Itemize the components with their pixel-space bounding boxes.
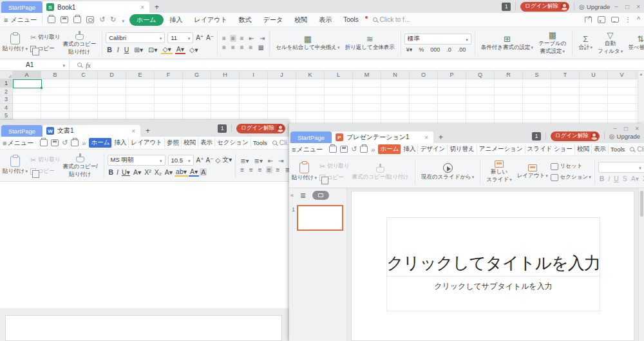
conditional-format-button[interactable]: ⊞ 条件付き書式の設定 [478, 35, 536, 51]
number-format-button[interactable]: ¥▾ [404, 46, 415, 53]
close-tab-icon[interactable]: × [130, 128, 137, 135]
align-button[interactable]: ⇥ [258, 35, 266, 42]
font-effect-button[interactable]: ab▾ [175, 168, 188, 177]
number-format-button[interactable]: 000 [428, 46, 442, 53]
play-from-current-button[interactable]: 現在のスライドから [419, 163, 477, 180]
notification-badge[interactable]: 1 [218, 124, 227, 133]
layout-button[interactable]: レイアウト [515, 164, 551, 179]
cut-button[interactable]: ✂ 切り取り [30, 34, 61, 42]
minimize-icon[interactable]: − [613, 125, 617, 132]
tab-startpage[interactable]: StartPage [1, 125, 43, 137]
new-tab-button[interactable]: + [140, 125, 155, 137]
menu-tab[interactable]: Tools [609, 145, 627, 153]
menu-tab[interactable]: レイアウト [129, 138, 165, 148]
font-effect-button[interactable]: ⊡▾ [147, 46, 158, 54]
comment-icon[interactable] [611, 17, 619, 23]
font-effect-button[interactable]: ◇▾ [161, 45, 172, 54]
format-painter-button[interactable]: 書式のコピー/ 貼り付け [61, 153, 100, 178]
document-page[interactable] [5, 315, 282, 341]
menu-tab[interactable]: 切り替え [448, 144, 477, 154]
tab-book1[interactable]: S Book1 × [43, 1, 149, 13]
column-header[interactable]: J [268, 71, 296, 79]
menu-tab[interactable]: ホーム [89, 138, 112, 148]
menu-tab[interactable]: スライド ショー [526, 144, 575, 154]
font-name-select[interactable] [598, 162, 644, 173]
outline-view-icon[interactable]: ≣ [300, 191, 306, 200]
row-header[interactable]: 1 [0, 79, 12, 88]
formula-input[interactable] [96, 59, 644, 70]
font-effect-button[interactable]: B [598, 175, 606, 182]
column-header[interactable]: M [353, 71, 381, 79]
font-size-select[interactable]: 11 [167, 32, 193, 43]
column-header[interactable]: O [410, 71, 438, 79]
menu-tab[interactable]: 表示 [592, 144, 609, 154]
row-header[interactable]: 4 [0, 104, 12, 112]
column-header[interactable]: F [155, 71, 183, 79]
save-icon[interactable] [61, 16, 68, 23]
menu-tab[interactable]: デザイン [418, 144, 448, 154]
align-button[interactable]: ≡ [230, 44, 236, 51]
upgrade-button[interactable]: ◎ Upgrade [609, 133, 640, 140]
column-header[interactable]: S [523, 71, 551, 79]
slide-view-toggle[interactable] [312, 191, 329, 200]
align-button[interactable]: ≡ [230, 35, 236, 42]
align-button[interactable]: ≡ [275, 166, 281, 173]
number-format-button[interactable]: % [417, 46, 426, 53]
paste-button[interactable]: 貼り付け [289, 162, 319, 181]
cut-button[interactable]: ✂ 切り取り [319, 162, 350, 171]
column-header[interactable]: Q [466, 71, 495, 79]
open-icon[interactable] [48, 16, 55, 23]
column-header[interactable]: V [608, 71, 636, 79]
print-preview-icon[interactable] [86, 16, 94, 23]
align-button[interactable]: ≡ [239, 44, 245, 51]
window-layout-icon[interactable] [598, 16, 605, 23]
menu-tab[interactable]: Tools [338, 15, 363, 24]
column-header[interactable]: K [296, 71, 325, 79]
font-effect-button[interactable]: B [106, 46, 113, 54]
wrap-text-button[interactable]: ≋ 折り返して全体表示 [343, 35, 397, 51]
table-style-button[interactable]: ▦ テーブルの 書式設定 [536, 31, 569, 55]
more-options-icon[interactable]: ⋮ [625, 16, 631, 23]
shrink-font-button[interactable]: A⁻ [206, 34, 214, 41]
save-icon[interactable] [51, 139, 59, 146]
save-icon[interactable] [340, 146, 348, 153]
number-format-button[interactable]: .00 [456, 46, 468, 53]
column-header[interactable]: C [70, 71, 98, 79]
new-slide-button[interactable]: 新しい スライド [484, 161, 514, 183]
autofilter-button[interactable]: ▽ 自動 フィルタ [595, 31, 625, 55]
menu-tab[interactable]: 挿入 [112, 138, 129, 148]
slide-scrollbar[interactable] [638, 188, 644, 341]
align-button[interactable]: ≡ [221, 44, 227, 51]
menu-label[interactable]: メニュー [10, 15, 37, 24]
font-effect-button[interactable]: A▾ [164, 168, 174, 176]
menu-tab[interactable]: 校閲 [182, 138, 198, 148]
tab-startpage[interactable]: StartPage [1, 1, 43, 13]
list-button[interactable]: ⇤ [267, 157, 274, 164]
menu-tab[interactable]: レイアウト [189, 14, 232, 26]
row-header[interactable]: 2 [0, 88, 12, 96]
column-header[interactable]: I [240, 71, 268, 79]
logout-button[interactable]: ログイン解除 [551, 132, 600, 141]
align-button[interactable]: ≡ [221, 35, 227, 42]
share-icon[interactable] [585, 17, 592, 23]
font-effect-button[interactable]: A▾ [189, 168, 199, 177]
align-button[interactable]: ≡ [248, 166, 254, 173]
format-painter-button[interactable]: 書式のコピー 貼り付け [61, 31, 99, 55]
menu-label[interactable]: メニュー [7, 139, 33, 148]
menu-tab[interactable]: 挿入 [165, 14, 188, 26]
tab-presentation1[interactable]: P プレゼンテーション1 × [332, 132, 433, 143]
cut-button[interactable]: ✂ 切り取り [30, 156, 61, 164]
align-button[interactable]: ≡ [266, 166, 272, 173]
list-button[interactable]: ≣▾ [239, 157, 250, 164]
list-button[interactable]: ≣▾ [253, 157, 264, 164]
notification-badge[interactable]: 1 [502, 3, 511, 11]
collapse-ribbon-icon[interactable]: ^ [637, 16, 640, 23]
tab-startpage[interactable]: StartPage [290, 132, 332, 143]
font-tool-button[interactable]: A⁺ [196, 157, 204, 164]
logout-button[interactable]: ログイン解除 [520, 2, 569, 12]
open-icon[interactable] [40, 139, 48, 146]
menu-tab[interactable]: 数式 [234, 14, 257, 26]
menu-tab[interactable]: データ [258, 14, 288, 26]
title-placeholder[interactable]: クリックしてタイトルを入力 [386, 217, 600, 277]
undo-icon[interactable]: ↺ [99, 15, 105, 24]
